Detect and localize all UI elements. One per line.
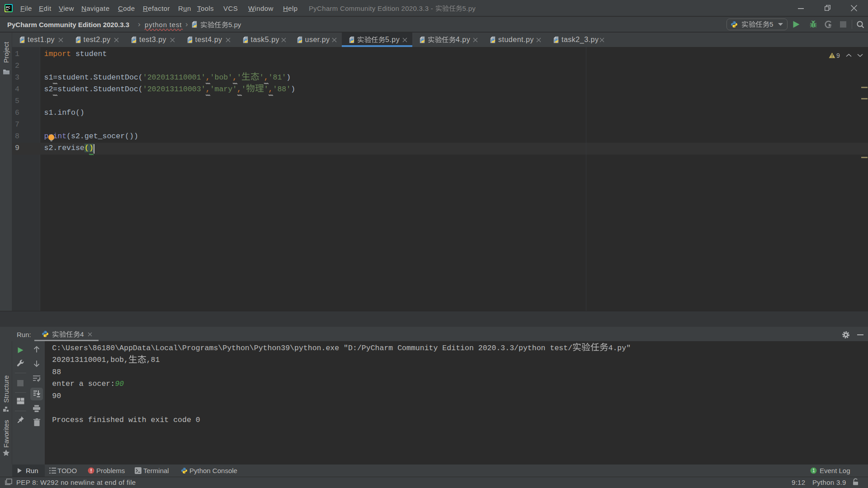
svg-text:1: 1 — [812, 468, 815, 473]
svg-text:PC: PC — [6, 6, 10, 9]
